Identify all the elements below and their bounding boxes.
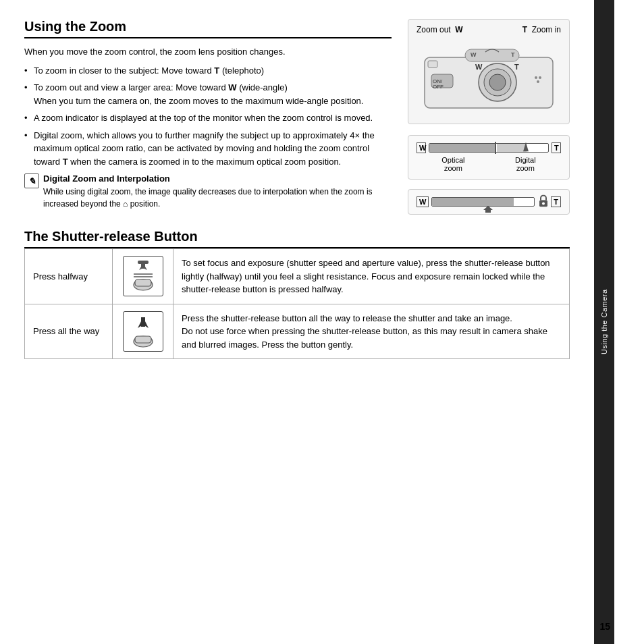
shutter-desc-halfway: To set focus and exposure (shutter speed… xyxy=(173,249,570,304)
full-press-icon xyxy=(128,315,158,348)
svg-text:T: T xyxy=(511,51,515,58)
shutter-desc-allway: Press the shutter-release button all the… xyxy=(173,304,570,359)
svg-text:W: W xyxy=(471,51,477,58)
sidebar-tab: Using the Camera xyxy=(594,0,614,644)
w-label-2: W xyxy=(228,82,236,92)
svg-rect-15 xyxy=(428,61,437,68)
zoom-bar-t-label: T xyxy=(552,142,561,153)
zoom-bar-diagram-1: W xyxy=(408,135,570,180)
zoom-intro: When you move the zoom control, the zoom… xyxy=(24,45,392,59)
bullet-1: To zoom in closer to the subject: Move t… xyxy=(24,64,392,78)
main-content: Using the Zoom When you move the zoom co… xyxy=(0,0,594,644)
zoom-right-col: Zoom out W T Zoom in W T xyxy=(408,19,570,217)
zoom-out-label: Zoom out W xyxy=(417,25,463,34)
svg-point-13 xyxy=(539,76,541,79)
note-icon: ✎ xyxy=(24,173,39,188)
zoom-bar2-w: W xyxy=(417,196,429,207)
t-label-1: T xyxy=(214,65,219,76)
svg-rect-22 xyxy=(141,263,145,269)
zoom-bar2-t: T xyxy=(551,196,561,207)
svg-rect-28 xyxy=(141,317,145,327)
note-text: While using digital zoom, the image qual… xyxy=(43,186,392,210)
zoom-label-row: Zoom out W T Zoom in xyxy=(414,25,564,34)
bullet-4: Digital zoom, which allows you to furthe… xyxy=(24,129,392,169)
zoom-bar-diagram-2: W xyxy=(408,189,570,215)
zoom-bar-w-label: W xyxy=(417,142,426,153)
svg-text:W: W xyxy=(475,63,483,71)
shutter-table: Press halfway xyxy=(24,248,570,359)
shutter-icon-box-halfway xyxy=(123,256,163,296)
zoom-title: Using the Zoom xyxy=(24,19,392,38)
svg-marker-17 xyxy=(483,206,493,213)
shutter-title: The Shutter-release Button xyxy=(24,229,570,248)
t-label-4: T xyxy=(63,157,68,167)
svg-point-14 xyxy=(537,80,539,83)
shutter-label-allway: Press all the way xyxy=(25,304,113,359)
shutter-label-halfway: Press halfway xyxy=(25,249,113,304)
camera-top-svg: W T W T ON/ OFF xyxy=(418,37,560,118)
digital-zoom-label: Digitalzoom xyxy=(515,156,536,172)
svg-text:OFF: OFF xyxy=(433,84,444,90)
shutter-icon-halfway xyxy=(113,249,173,304)
svg-point-19 xyxy=(542,203,545,205)
house-icon: ⌂ xyxy=(123,199,128,209)
shutter-row-allway: Press all the way xyxy=(25,304,570,359)
note-title: Digital Zoom and Interpolation xyxy=(43,173,170,184)
camera-diagram: Zoom out W T Zoom in W T xyxy=(408,19,570,124)
svg-rect-26 xyxy=(135,279,151,286)
optical-zoom-label: Opticalzoom xyxy=(441,156,464,172)
half-press-icon xyxy=(128,259,158,293)
shutter-icon-box-allway xyxy=(123,311,163,352)
zoom-left-col: Using the Zoom When you move the zoom co… xyxy=(24,19,392,217)
svg-text:T: T xyxy=(514,63,519,71)
shutter-section: The Shutter-release Button Press halfway xyxy=(24,229,570,359)
zoom-in-label: T Zoom in xyxy=(522,25,561,34)
shutter-icon-allway xyxy=(113,304,173,359)
svg-rect-30 xyxy=(135,336,151,343)
note-content: Digital Zoom and Interpolation While usi… xyxy=(43,173,392,210)
bullet-3: A zoom indicator is displayed at the top… xyxy=(24,111,392,125)
zoom-section: Using the Zoom When you move the zoom co… xyxy=(24,19,570,217)
sidebar-label: Using the Camera xyxy=(600,290,608,355)
svg-point-12 xyxy=(535,76,537,79)
svg-marker-16 xyxy=(523,142,529,152)
zoom-bullets: To zoom in closer to the subject: Move t… xyxy=(24,64,392,169)
note-box: ✎ Digital Zoom and Interpolation While u… xyxy=(24,173,392,210)
page-number: 15 xyxy=(599,621,610,632)
shutter-row-halfway: Press halfway xyxy=(25,249,570,304)
bullet-2: To zoom out and view a larger area: Move… xyxy=(24,81,392,107)
page: Using the Zoom When you move the zoom co… xyxy=(0,0,644,644)
svg-point-3 xyxy=(489,74,506,90)
